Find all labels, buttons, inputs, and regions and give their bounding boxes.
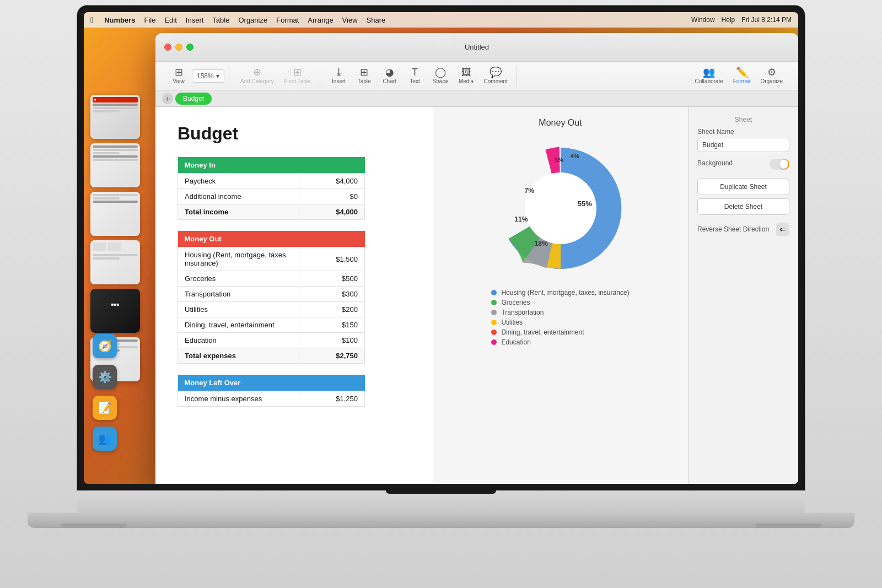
total-expenses-row[interactable]: Total expenses $2,750: [178, 348, 365, 364]
thumb-doc-content: [90, 143, 140, 187]
insert-group: ⤓ Insert ⊞ Table ◕ Chart T: [322, 65, 517, 87]
donut-chart[interactable]: 55% 18% 11% 7% 5% 4%: [489, 137, 632, 280]
dock-icon-people[interactable]: 👥: [93, 427, 117, 451]
legend-groceries: Groceries: [491, 299, 629, 306]
organize-label: Organize: [760, 78, 783, 84]
maximize-button[interactable]: [186, 44, 193, 51]
sheet-name-input[interactable]: [697, 138, 789, 152]
menu-organize[interactable]: Organize: [238, 16, 267, 24]
additional-income-label: Additional income: [178, 189, 299, 204]
additional-income-amount: $0: [299, 189, 365, 204]
menu-file[interactable]: File: [144, 16, 155, 24]
reverse-direction-button[interactable]: ⇐: [776, 223, 789, 236]
dining-amount: $150: [299, 317, 365, 333]
zoom-value: 158%: [197, 72, 214, 80]
legend-dot-dining: [491, 330, 497, 335]
text-button[interactable]: T Text: [403, 65, 427, 87]
background-toggle[interactable]: [770, 159, 789, 170]
donut-hole: [525, 172, 596, 244]
dock-icon-system[interactable]: ⚙️: [93, 365, 117, 389]
macbook-base: [28, 513, 854, 528]
legend-dot-education: [491, 339, 497, 345]
clock: Fri Jul 8 2:14 PM: [741, 16, 792, 24]
table-row[interactable]: Housing (Rent, mortgage, taxes, insuranc…: [178, 247, 365, 271]
education-amount: $100: [299, 333, 365, 348]
close-button[interactable]: [164, 44, 171, 51]
menu-view[interactable]: View: [342, 16, 358, 24]
reverse-direction-label: Reverse Sheet Direction: [697, 225, 769, 233]
media-icon: 🖼: [461, 67, 471, 77]
groceries-amount: $500: [299, 271, 365, 287]
menu-window[interactable]: Window: [691, 16, 715, 24]
view-button[interactable]: ⊞ View: [166, 65, 191, 87]
table-row[interactable]: Transportation $300: [178, 287, 365, 302]
menu-insert[interactable]: Insert: [186, 16, 204, 24]
paycheck-label: Paycheck: [178, 174, 299, 189]
minimize-button[interactable]: [175, 44, 182, 51]
organize-button[interactable]: ⚙ Organize: [756, 65, 787, 87]
thumbnail-1[interactable]: N: [90, 95, 140, 139]
comment-button[interactable]: 💬 Comment: [480, 65, 512, 87]
dock-icon-notes[interactable]: 📝: [93, 396, 117, 420]
table-row[interactable]: Income minus expenses $1,250: [178, 391, 365, 407]
table-row[interactable]: Education $100: [178, 333, 365, 348]
duplicate-sheet-button[interactable]: Duplicate Sheet: [697, 179, 789, 195]
menu-format[interactable]: Format: [276, 16, 299, 24]
media-label: Media: [459, 78, 474, 84]
chart-button[interactable]: ◕ Chart: [378, 65, 402, 87]
add-category-label: Add Category: [240, 78, 274, 84]
menu-arrange[interactable]: Arrange: [308, 16, 333, 24]
money-out-header: Money Out: [178, 231, 299, 247]
pivot-table-label: Pivot Table: [284, 78, 311, 84]
format-icon: ✏️: [736, 67, 748, 77]
sheet-tab-budget[interactable]: Budget: [175, 93, 212, 105]
total-income-row[interactable]: Total income $4,000: [178, 204, 365, 220]
reverse-direction-row: Reverse Sheet Direction ⇐: [697, 223, 789, 236]
legend-education: Education: [491, 338, 629, 346]
transportation-amount: $300: [299, 287, 365, 302]
table-row[interactable]: Additional income $0: [178, 189, 365, 204]
app-name[interactable]: Numbers: [104, 16, 135, 24]
view-zoom-group: ⊞ View 158% ▾: [162, 65, 229, 87]
thumbnail-2[interactable]: [90, 143, 140, 187]
menu-help[interactable]: Help: [722, 16, 735, 24]
macbook-bottom: [77, 490, 805, 513]
thumbnail-5[interactable]: ■■■: [90, 289, 140, 333]
text-icon: T: [412, 67, 418, 77]
format-label: Format: [733, 78, 751, 84]
menu-edit[interactable]: Edit: [164, 16, 176, 24]
shape-button[interactable]: ◯ Shape: [428, 65, 453, 87]
dining-label: Dining, travel, entertainment: [178, 317, 299, 333]
table-row[interactable]: Dining, travel, entertainment $150: [178, 317, 365, 333]
legend-utilities: Utilities: [491, 319, 629, 326]
legend-dot-transportation: [491, 310, 497, 315]
legend-label-groceries: Groceries: [501, 299, 530, 306]
menu-share[interactable]: Share: [367, 16, 386, 24]
dock-icon-compass[interactable]: 🧭: [93, 334, 117, 358]
collaborate-button[interactable]: 👥 Collaborate: [691, 65, 728, 87]
groceries-label: Groceries: [178, 271, 299, 287]
table-row[interactable]: Paycheck $4,000: [178, 174, 365, 189]
thumbnail-3[interactable]: [90, 192, 140, 236]
main-content: Budget Money In Paycheck $4,000: [155, 107, 798, 484]
legend-housing: Housing (Rent, mortgage, taxes, insuranc…: [491, 289, 629, 296]
pivot-table-button[interactable]: ⊞ Pivot Table: [279, 65, 315, 87]
spreadsheet-area[interactable]: Budget Money In Paycheck $4,000: [155, 107, 433, 484]
menu-table[interactable]: Table: [212, 16, 229, 24]
format-button[interactable]: ✏️ Format: [729, 65, 755, 87]
thumbnail-4[interactable]: [90, 240, 140, 284]
zoom-control[interactable]: 158% ▾: [192, 69, 224, 83]
add-category-button[interactable]: ⊕ Add Category: [236, 65, 278, 87]
add-sheet-button[interactable]: +: [162, 93, 173, 104]
delete-sheet-button[interactable]: Delete Sheet: [697, 198, 789, 215]
foot-left: [61, 524, 127, 528]
sheet-tabs: + Budget: [155, 90, 798, 107]
table-row[interactable]: Utilities $200: [178, 302, 365, 317]
table-row[interactable]: Groceries $500: [178, 271, 365, 287]
table-button[interactable]: ⊞ Table: [352, 65, 377, 87]
menu-bar-right: Window Help Fri Jul 8 2:14 PM: [691, 16, 792, 24]
apple-menu-icon[interactable]: : [90, 15, 93, 24]
media-button[interactable]: 🖼 Media: [454, 65, 478, 87]
insert-button[interactable]: ⤓ Insert: [327, 65, 351, 87]
table-label: Table: [358, 78, 371, 84]
